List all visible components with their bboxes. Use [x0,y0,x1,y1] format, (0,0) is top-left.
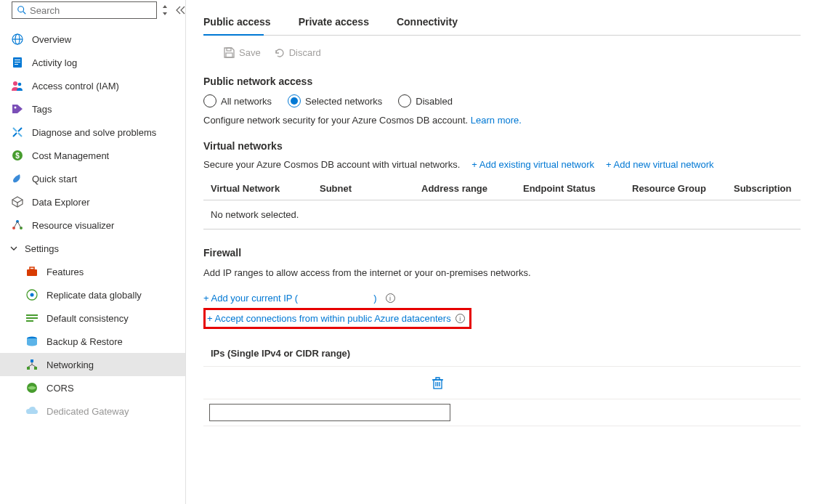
log-icon [12,57,23,68]
add-current-ip-link[interactable]: + Add your current IP (xxxxxxxxxxxxxxxx) [203,293,377,304]
radio-label: All networks [221,96,272,107]
radio-disabled[interactable]: Disabled [398,94,453,107]
nav-cost-management[interactable]: $Cost Management [0,144,185,167]
nav-section-label: Settings [25,243,59,254]
graph-icon [12,219,23,231]
tools-icon [12,126,23,138]
table-header: Virtual Network Subnet Address range End… [203,176,801,200]
svg-rect-18 [30,267,34,269]
ip-range-input[interactable] [209,404,450,421]
nav-label: CORS [46,383,74,394]
svg-point-20 [31,293,34,297]
vnet-desc: Secure your Azure Cosmos DB account with… [203,159,460,170]
svg-rect-22 [26,317,38,319]
nav-diagnose[interactable]: Diagnose and solve problems [0,121,185,144]
svg-rect-8 [15,64,18,65]
svg-point-10 [18,83,22,86]
vnet-title: Virtual networks [203,140,801,152]
svg-rect-7 [15,62,20,62]
sidebar: Overview Activity log Access control (IA… [0,0,186,504]
search-input[interactable] [30,5,152,16]
collapse-icon[interactable] [176,6,186,15]
network-desc: Configure network security for your Azur… [203,115,801,126]
sort-icon[interactable] [161,5,169,15]
firewall-title: Firewall [203,247,801,259]
undo-icon [274,47,285,58]
nav-activity-log[interactable]: Activity log [0,51,185,74]
svg-point-9 [13,81,17,86]
users-icon [12,81,23,91]
svg-text:$: $ [15,152,20,160]
col-resource-group: Resource Group [625,183,726,194]
nav-quick-start[interactable]: Quick start [0,167,185,190]
nav-backup[interactable]: Backup & Restore [0,330,185,353]
add-existing-vnet-link[interactable]: + Add existing virtual network [471,159,594,170]
chevron-down-icon [9,243,19,253]
nav-label: Default consistency [46,313,129,324]
nav-replicate[interactable]: Replicate data globally [0,283,185,306]
svg-rect-29 [227,48,231,51]
learn-more-link[interactable]: Learn more. [471,115,522,126]
toolbox-icon [26,267,38,277]
discard-button[interactable]: Discard [274,47,321,58]
search-icon [17,5,27,15]
tab-public-access[interactable]: Public access [203,9,281,35]
nav-resource-visualizer[interactable]: Resource visualizer [0,214,185,237]
col-subscription: Subscription [726,183,801,194]
svg-rect-6 [15,60,20,60]
info-icon[interactable]: i [455,314,465,323]
nav-data-explorer[interactable]: Data Explorer [0,190,185,214]
nav-consistency[interactable]: Default consistency [0,306,185,330]
nav-label: Data Explorer [32,197,89,208]
nav-overview[interactable]: Overview [0,28,185,51]
nav-section-settings[interactable]: Settings [0,237,185,260]
svg-rect-26 [27,367,30,370]
nav-features[interactable]: Features [0,260,185,283]
trash-icon[interactable] [432,377,443,389]
tab-private-access[interactable]: Private access [299,9,379,35]
nav-cors[interactable]: CORS [0,376,185,399]
col-address-range: Address range [414,183,516,194]
gateway-icon [26,407,38,415]
svg-rect-30 [226,53,232,57]
globe-icon [12,33,23,45]
nav-label: Quick start [32,174,77,184]
radio-label: Selected networks [305,96,382,107]
add-new-vnet-link[interactable]: + Add new virtual network [606,159,714,170]
vnet-header: Secure your Azure Cosmos DB account with… [203,159,801,170]
nav-access-control[interactable]: Access control (IAM) [0,74,185,97]
replicate-icon [26,289,38,301]
search-input-container[interactable] [12,1,157,19]
svg-rect-17 [27,269,37,276]
nav-label: Networking [46,359,94,370]
ip-input-row [203,399,801,426]
col-virtual-network: Virtual Network [203,183,312,194]
col-endpoint-status: Endpoint Status [516,183,625,194]
nav-label: Access control (IAM) [32,81,119,92]
cors-icon [26,382,38,394]
main-content: Public access Private access Connectivit… [186,0,818,504]
ip-delete-row [203,366,801,399]
save-icon [224,47,235,58]
nav-label: Resource visualizer [32,220,114,231]
info-icon[interactable]: i [386,293,395,303]
cost-icon: $ [12,150,23,161]
nav-label: Tags [32,104,52,115]
save-button[interactable]: Save [224,47,261,58]
nav-dedicated-gateway[interactable]: Dedicated Gateway [0,399,185,423]
nav-label: Overview [32,34,71,45]
tab-connectivity[interactable]: Connectivity [397,9,468,35]
nav-networking[interactable]: Networking [0,353,185,376]
firewall-desc: Add IP ranges to allow access from the i… [203,267,801,278]
radio-selected-networks[interactable]: Selected networks [288,94,382,107]
highlight-box: + Accept connections from within public … [203,308,471,329]
empty-message: No network selected. [203,209,312,220]
rocket-icon [12,173,23,184]
nav-tags[interactable]: Tags [0,97,185,121]
nav-label: Diagnose and solve problems [32,127,156,138]
backup-icon [26,336,38,346]
nav-label: Features [46,267,84,277]
radio-all-networks[interactable]: All networks [203,94,272,107]
accept-azure-datacenters-link[interactable]: + Accept connections from within public … [207,313,451,324]
nav-label: Dedicated Gateway [46,406,129,417]
